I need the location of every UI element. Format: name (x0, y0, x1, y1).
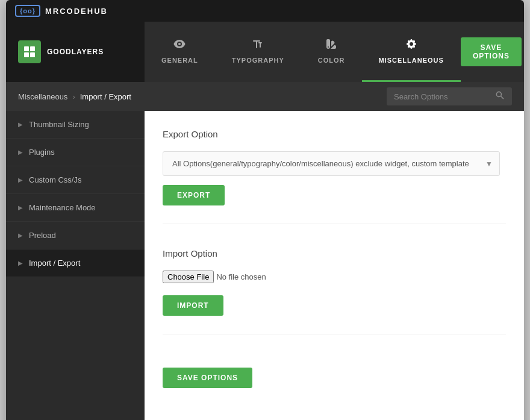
typography-icon (252, 38, 264, 53)
search-input[interactable] (394, 92, 490, 101)
save-options-bottom-area: SAVE OPTIONS (163, 359, 506, 388)
sidebar-item-thumbnail-sizing[interactable]: ▶ Thumbnail Sizing (6, 111, 145, 139)
tab-typography[interactable]: TYPOGRAPHY (215, 22, 301, 82)
miscellaneous-icon (405, 38, 417, 53)
import-section: Import Option IMPORT (163, 248, 506, 334)
sidebar-item-preload[interactable]: ▶ Preload (6, 222, 145, 249)
save-options-top-button[interactable]: SAVE OPTIONS (461, 37, 522, 66)
svg-rect-0 (24, 46, 29, 51)
sidebar-item-plugins[interactable]: ▶ Plugins (6, 139, 145, 166)
chevron-right-icon: ▶ (18, 177, 23, 183)
logo-area: GOODLAYERS (6, 22, 145, 82)
general-icon (173, 38, 186, 53)
save-options-bottom-button[interactable]: SAVE OPTIONS (163, 368, 252, 388)
chevron-right-icon: ▶ (18, 121, 23, 128)
sidebar-item-import-export[interactable]: ▶ Import / Export (6, 249, 145, 277)
branding-bar: {oo} MRCODEHUB (6, 0, 524, 22)
search-icon (495, 90, 505, 102)
import-section-title: Import Option (163, 248, 506, 259)
tab-miscellaneous-label: MISCELLANEOUS (379, 57, 444, 64)
import-button[interactable]: IMPORT (163, 295, 223, 316)
file-input-area (163, 271, 506, 283)
app-window: {oo} MRCODEHUB GOODLAYERS (6, 0, 524, 420)
sidebar-item-label: Import / Export (29, 259, 80, 268)
file-input[interactable] (163, 271, 311, 283)
svg-rect-3 (30, 52, 35, 57)
sidebar-item-custom-css-js[interactable]: ▶ Custom Css/Js (6, 166, 145, 194)
export-button[interactable]: EXPORT (163, 185, 225, 205)
tab-color[interactable]: COLOR (301, 22, 362, 82)
sidebar-item-label: Plugins (29, 148, 55, 157)
breadcrumb-separator: › (72, 92, 75, 101)
tab-general-label: GENERAL (161, 57, 198, 64)
chevron-right-icon: ▶ (18, 232, 23, 239)
sidebar-item-maintenance-mode[interactable]: ▶ Maintenance Mode (6, 194, 145, 222)
top-bar: GOODLAYERS GENERAL T (6, 22, 524, 82)
tabs-area: GENERAL TYPOGRAPHY COLOR (145, 22, 461, 82)
sidebar-item-label: Thumbnail Sizing (29, 120, 89, 129)
export-section-title: Export Option (163, 129, 506, 139)
tab-color-label: COLOR (318, 57, 345, 64)
breadcrumb-bar: Miscellaneous › Import / Export (6, 82, 524, 111)
svg-rect-1 (30, 46, 35, 51)
breadcrumb-parent[interactable]: Miscellaneous (18, 92, 67, 101)
tab-general[interactable]: GENERAL (145, 22, 215, 82)
export-select[interactable]: All Options(general/typography/color/mis… (163, 151, 500, 176)
chevron-right-icon: ▶ (18, 204, 23, 211)
mrcodehub-badge: {oo} (15, 5, 40, 17)
search-area (387, 87, 512, 105)
color-icon (325, 38, 337, 53)
export-select-wrapper: All Options(general/typography/color/mis… (163, 151, 500, 176)
tab-typography-label: TYPOGRAPHY (232, 57, 284, 64)
chevron-right-icon: ▶ (18, 260, 23, 266)
svg-rect-2 (24, 52, 29, 57)
breadcrumb: Miscellaneous › Import / Export (18, 92, 131, 101)
sidebar-item-label: Custom Css/Js (29, 175, 81, 184)
logo-text: GOODLAYERS (47, 48, 104, 56)
sidebar-item-label: Maintenance Mode (29, 203, 96, 212)
main-layout: ▶ Thumbnail Sizing ▶ Plugins ▶ Custom Cs… (6, 111, 524, 420)
breadcrumb-current: Import / Export (80, 92, 131, 101)
goodlayers-logo-icon (18, 40, 41, 63)
tab-miscellaneous[interactable]: MISCELLANEOUS (362, 22, 461, 82)
sidebar: ▶ Thumbnail Sizing ▶ Plugins ▶ Custom Cs… (6, 111, 145, 420)
sidebar-item-label: Preload (29, 231, 56, 240)
mrcodehub-text: MRCODEHUB (45, 7, 108, 16)
export-section: Export Option All Options(general/typogr… (163, 129, 506, 224)
content-area: Export Option All Options(general/typogr… (145, 111, 524, 420)
chevron-right-icon: ▶ (18, 149, 23, 155)
